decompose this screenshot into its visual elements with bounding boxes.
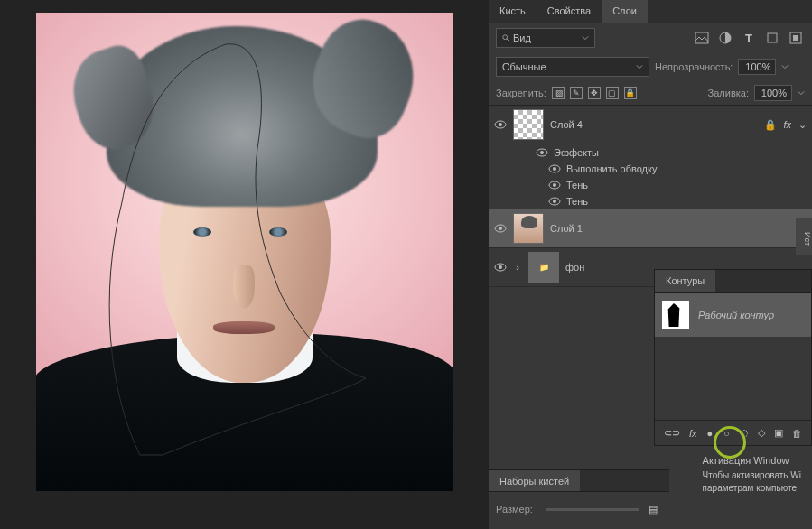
blend-mode-select[interactable]: Обычные	[496, 57, 649, 77]
svg-point-11	[540, 151, 544, 154]
filter-adjust-icon[interactable]	[716, 30, 734, 46]
visibility-icon[interactable]	[536, 147, 548, 158]
link-icon[interactable]: ⊂⊃	[664, 425, 680, 441]
layer-item[interactable]: Слой 4 🔒 fx ⌄	[489, 106, 812, 144]
svg-point-21	[499, 265, 502, 269]
effect-label: Выполнить обводку	[566, 163, 657, 174]
svg-line-1	[507, 39, 509, 41]
lock-move-icon[interactable]: ✥	[588, 87, 601, 99]
path-item[interactable]: Рабочий контур	[655, 293, 811, 337]
effect-shadow[interactable]: Тень	[489, 177, 812, 193]
layers-list: Слой 4 🔒 fx ⌄ Эффекты Выполнить обводку …	[489, 106, 812, 273]
effects-row[interactable]: Эффекты	[489, 144, 812, 161]
chevron-down-icon	[582, 34, 589, 42]
opacity-value[interactable]: 100%	[738, 59, 776, 75]
chevron-down-icon	[636, 63, 643, 70]
folder-icon[interactable]: 📁	[528, 252, 559, 283]
layer-item[interactable]: Слой 1	[489, 209, 812, 248]
lock-all-icon[interactable]: 🔒	[624, 87, 637, 99]
svg-point-13	[553, 167, 556, 171]
svg-point-9	[499, 123, 502, 126]
layer-filter-select[interactable]: Вид	[496, 28, 595, 48]
layer-thumbnail[interactable]	[513, 109, 544, 140]
panel-tabs: Кисть Свойства Слои	[489, 0, 812, 23]
layers-panel: Кисть Свойства Слои Вид T Обычные Непроз…	[489, 0, 812, 529]
fx-icon[interactable]: fx	[689, 425, 697, 441]
tab-properties[interactable]: Свойства	[537, 0, 602, 23]
layer-name: Слой 4	[550, 119, 583, 130]
fill-path-icon[interactable]: ●	[706, 425, 714, 441]
layer-thumbnail[interactable]	[513, 213, 544, 244]
path-name: Рабочий контур	[698, 310, 774, 320]
filter-shape-icon[interactable]	[763, 30, 781, 46]
layer-name: фон	[565, 262, 584, 273]
size-label: Размер:	[496, 504, 533, 515]
path-thumbnail[interactable]	[662, 301, 689, 329]
history-tab[interactable]: Ист	[796, 218, 812, 255]
portrait-image	[36, 31, 453, 491]
fill-label: Заливка:	[708, 88, 749, 98]
stroke-path-icon[interactable]: ○	[723, 425, 730, 441]
lock-label: Закрепить:	[496, 88, 546, 98]
svg-rect-4	[768, 33, 777, 42]
search-icon	[502, 34, 509, 42]
brush-preset-icon[interactable]: ▤	[644, 501, 662, 517]
filter-text-icon[interactable]: T	[740, 30, 758, 46]
effect-label: Тень	[566, 180, 588, 190]
opacity-label: Непрозрачность:	[655, 61, 733, 72]
layer-name: Слой 1	[550, 223, 583, 234]
paths-panel: Контуры Рабочий контур ⊂⊃ fx ● ○ ◌ ◇ ▣ 🗑	[654, 269, 812, 446]
chevron-right-icon[interactable]: ›	[513, 262, 522, 273]
lock-brush-icon[interactable]: ✎	[570, 87, 583, 99]
brushsets-panel: Наборы кистей Размер: ▤	[489, 469, 669, 529]
tab-layers[interactable]: Слои	[602, 0, 648, 23]
effects-label: Эффекты	[554, 147, 599, 158]
filter-image-icon[interactable]	[693, 30, 711, 46]
lock-icon: 🔒	[764, 119, 777, 131]
size-slider[interactable]	[546, 508, 639, 511]
chevron-down-icon[interactable]: ⌄	[798, 119, 807, 131]
filter-smart-icon[interactable]	[787, 30, 805, 46]
effect-shadow[interactable]: Тень	[489, 193, 812, 209]
visibility-icon[interactable]	[494, 223, 507, 234]
document-canvas[interactable]	[36, 13, 453, 491]
visibility-icon[interactable]	[494, 119, 507, 130]
delete-path-icon[interactable]: 🗑	[792, 425, 802, 441]
svg-point-17	[553, 200, 556, 203]
lock-pixels-icon[interactable]: ▨	[552, 87, 565, 99]
tab-brushsets[interactable]: Наборы кистей	[489, 470, 580, 491]
tab-paths[interactable]: Контуры	[655, 270, 715, 292]
selection-to-path-icon[interactable]: ◇	[758, 425, 765, 441]
paths-footer: ⊂⊃ fx ● ○ ◌ ◇ ▣ 🗑	[655, 420, 811, 445]
visibility-icon[interactable]	[548, 180, 561, 190]
blend-mode-value: Обычные	[502, 61, 546, 72]
path-to-selection-icon[interactable]: ◌	[740, 425, 749, 441]
visibility-icon[interactable]	[548, 196, 561, 207]
svg-rect-6	[793, 35, 798, 41]
chevron-down-icon[interactable]	[798, 89, 805, 97]
tab-brush[interactable]: Кисть	[489, 0, 537, 23]
new-path-icon[interactable]: ▣	[774, 425, 783, 441]
effect-label: Тень	[566, 196, 588, 207]
visibility-icon[interactable]	[494, 262, 507, 273]
svg-rect-2	[695, 32, 708, 43]
visibility-icon[interactable]	[548, 163, 561, 174]
canvas-area[interactable]	[0, 0, 489, 529]
chevron-down-icon[interactable]	[781, 63, 789, 70]
fx-badge[interactable]: fx	[783, 119, 791, 130]
filter-label: Вид	[513, 32, 531, 43]
fill-value[interactable]: 100%	[754, 85, 792, 101]
svg-point-15	[553, 183, 556, 187]
svg-point-19	[499, 227, 502, 230]
effect-stroke[interactable]: Выполнить обводку	[489, 161, 812, 177]
svg-rect-7	[553, 92, 555, 95]
lock-artboard-icon[interactable]: ▢	[606, 87, 619, 99]
